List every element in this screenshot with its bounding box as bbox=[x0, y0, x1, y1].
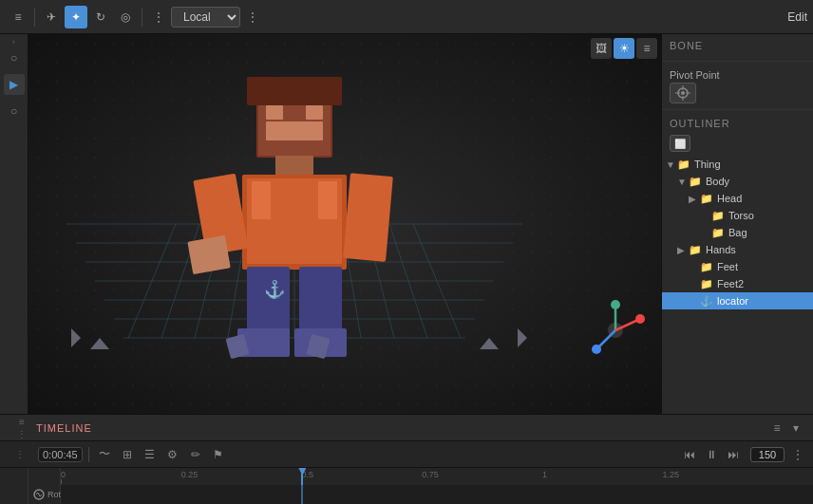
tl-adjust-icon[interactable]: ⚙ bbox=[163, 445, 182, 464]
tl-prev-icon[interactable]: ⏮ bbox=[680, 445, 699, 464]
target-icon[interactable]: ◎ bbox=[114, 6, 137, 28]
tree-item-bag[interactable]: 📁 Bag bbox=[662, 224, 813, 241]
bottom-menu-icon[interactable]: ≡ bbox=[19, 417, 25, 427]
label-bag: Bag bbox=[728, 227, 747, 238]
label-feet2: Feet2 bbox=[717, 278, 744, 289]
tl-toolbar-left-space: ⋮ bbox=[6, 449, 34, 459]
svg-point-47 bbox=[611, 300, 620, 309]
tree-item-thing[interactable]: ▼ 📁 Thing bbox=[662, 156, 813, 173]
tree-item-torso[interactable]: 📁 Torso bbox=[662, 207, 813, 224]
viewport-menu-icon[interactable]: ≡ bbox=[636, 38, 657, 59]
tree-item-hands[interactable]: ▶ 📁 Hands bbox=[662, 241, 813, 258]
svg-rect-30 bbox=[266, 121, 323, 140]
menu-icon[interactable]: ≡ bbox=[7, 6, 29, 28]
chevron-head: ▶ bbox=[689, 194, 700, 204]
tree-item-feet2[interactable]: 📁 Feet2 bbox=[662, 275, 813, 292]
rotate-icon[interactable]: ↻ bbox=[89, 6, 112, 28]
tl-pencil-icon[interactable]: ✏ bbox=[186, 445, 205, 464]
viewport-sun-icon[interactable]: ☀ bbox=[614, 38, 634, 59]
more-icon[interactable]: ⋮ bbox=[241, 6, 264, 28]
time-display: 0:00:45 bbox=[38, 447, 83, 462]
frame-input[interactable] bbox=[750, 447, 785, 462]
svg-rect-37 bbox=[187, 235, 230, 274]
tl-graph-icon[interactable]: 〜 bbox=[95, 445, 114, 464]
dots-icon[interactable]: ⋮ bbox=[147, 6, 170, 28]
mark-1: 1 bbox=[542, 470, 547, 479]
outliner-title: OUTLINER bbox=[662, 114, 813, 133]
svg-point-49 bbox=[635, 314, 645, 324]
label-hands: Hands bbox=[706, 244, 736, 255]
folder-icon-thing: 📁 bbox=[677, 158, 690, 171]
svg-rect-35 bbox=[318, 181, 337, 219]
playhead bbox=[301, 468, 303, 485]
mark-0: 0 bbox=[61, 470, 66, 484]
channel-icon bbox=[32, 488, 46, 501]
edit-label: Edit bbox=[787, 10, 807, 24]
mode-dropdown[interactable]: Local Global bbox=[171, 7, 240, 28]
tl-next-icon[interactable]: ⏭ bbox=[724, 445, 743, 464]
svg-rect-27 bbox=[266, 105, 283, 120]
bottom-dots-icon[interactable]: ⋮ bbox=[17, 429, 27, 439]
channel-sidebar bbox=[0, 485, 28, 504]
pivot-button[interactable] bbox=[670, 83, 696, 103]
tree-item-locator[interactable]: ⚓ locator bbox=[662, 292, 813, 309]
tree-item-feet[interactable]: 📁 Feet bbox=[662, 258, 813, 275]
ruler-row: 0 0.25 0.5 0.75 1 1.25 bbox=[0, 468, 813, 485]
bottom-sidebar-header: ≡ ⋮ bbox=[8, 413, 36, 443]
sep1 bbox=[34, 8, 35, 27]
tl-menu-icon[interactable]: ≡ bbox=[767, 419, 786, 438]
viewport[interactable]: ⚓ 🖼 ☀ ≡ bbox=[28, 34, 661, 414]
chevron-body: ▼ bbox=[677, 177, 689, 187]
svg-rect-26 bbox=[247, 77, 342, 105]
folder-icon-bag: 📁 bbox=[711, 226, 725, 239]
svg-point-51 bbox=[592, 345, 601, 354]
anchor-icon: ⚓ bbox=[264, 279, 285, 300]
outliner-filter: ⬜ bbox=[662, 133, 813, 156]
tl-filter-icon[interactable]: ⊞ bbox=[118, 445, 137, 464]
folder-icon-torso: 📁 bbox=[711, 209, 725, 222]
label-head: Head bbox=[717, 193, 742, 204]
tree-item-head[interactable]: ▶ 📁 Head bbox=[662, 190, 813, 207]
label-body: Body bbox=[706, 176, 729, 187]
folder-icon-head: 📁 bbox=[700, 192, 713, 205]
circle-icon-1[interactable]: ○ bbox=[4, 47, 25, 68]
chevron-hands: ▶ bbox=[677, 245, 689, 255]
play-icon[interactable]: ▶ bbox=[4, 74, 25, 95]
tl-controls: ⏮ ⏸ ⏭ bbox=[680, 445, 743, 464]
pivot-label: Pivot Point bbox=[670, 69, 720, 81]
channel-row: Rotation bbox=[0, 485, 813, 504]
label-locator: locator bbox=[717, 295, 748, 307]
tl-sidebar-dots: ⋮ bbox=[6, 449, 34, 459]
folder-icon-feet2: 📁 bbox=[700, 277, 713, 290]
ruler-left-pad bbox=[28, 468, 61, 485]
mark-025: 0.25 bbox=[181, 470, 199, 479]
folder-icon-feet: 📁 bbox=[700, 260, 713, 273]
ruler: 0 0.25 0.5 0.75 1 1.25 bbox=[61, 468, 813, 485]
channel-label-area: Rotation bbox=[28, 485, 61, 504]
tl-play-icon[interactable]: ⏸ bbox=[702, 445, 721, 464]
filter-button[interactable]: ⬜ bbox=[670, 135, 690, 152]
pivot-section: Pivot Point bbox=[662, 62, 813, 110]
tl-more-icon[interactable]: ⋮ bbox=[788, 445, 807, 464]
main-area: · · ○ ▶ ○ bbox=[0, 34, 813, 414]
transform-icon[interactable]: ✦ bbox=[65, 6, 87, 28]
sidebar-dots-top: · · bbox=[9, 40, 19, 42]
sep2 bbox=[142, 8, 142, 27]
tl-list-icon[interactable]: ☰ bbox=[141, 445, 160, 464]
top-toolbar: ≡ ✈ ✦ ↻ ◎ ⋮ Local Global ⋮ Edit bbox=[0, 0, 813, 34]
tl-sep bbox=[88, 447, 89, 462]
viewport-image-icon[interactable]: 🖼 bbox=[591, 38, 612, 59]
tl-flag-icon[interactable]: ⚑ bbox=[209, 445, 228, 464]
viewport-toolbar: 🖼 ☀ ≡ bbox=[591, 38, 657, 59]
label-torso: Torso bbox=[728, 210, 754, 221]
tl-dropdown-icon[interactable]: ▾ bbox=[786, 419, 805, 438]
channel-timeline-area[interactable] bbox=[61, 485, 813, 504]
pivot-icon bbox=[675, 85, 690, 101]
circle-icon-2[interactable]: ○ bbox=[4, 101, 25, 121]
bottom-section: ≡ ⋮ TIMELINE ≡ ▾ ⋮ 0:00:45 〜 ⊞ ☰ ⚙ ✏ ⚑ ⏮… bbox=[0, 414, 813, 504]
snap-icon[interactable]: ✈ bbox=[40, 6, 63, 28]
mark-075: 0.75 bbox=[422, 470, 439, 479]
tree-item-body[interactable]: ▼ 📁 Body bbox=[662, 173, 813, 190]
svg-rect-38 bbox=[343, 173, 393, 262]
anchor-icon-locator: ⚓ bbox=[700, 294, 713, 308]
